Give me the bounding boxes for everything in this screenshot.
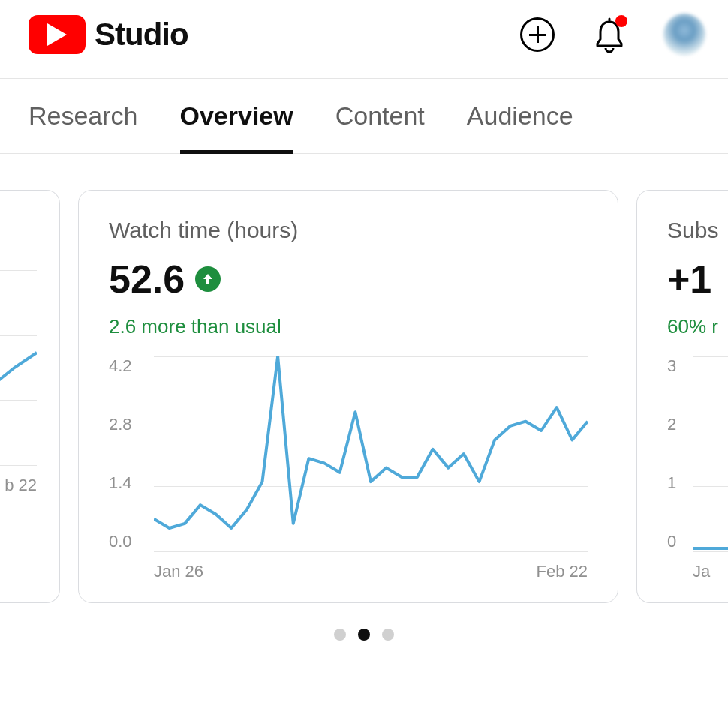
chart-area: 4.2 2.8 1.4 0.0 Jan 26 Feb 22 bbox=[109, 356, 588, 581]
chart-x-labels: Jan 26 Feb 22 bbox=[154, 551, 588, 581]
y-tick: 4.2 bbox=[109, 356, 132, 376]
plus-circle-icon bbox=[520, 17, 555, 52]
chart-y-labels: 4.2 2.8 1.4 0.0 bbox=[109, 356, 132, 551]
chart-x-labels: Ja bbox=[693, 551, 728, 581]
x-end-label: Feb 22 bbox=[537, 562, 588, 581]
metrics-carousel[interactable]: b 22 Watch time (hours) 52.6 2.6 more th… bbox=[0, 154, 728, 603]
y-tick: 3 bbox=[667, 356, 676, 376]
avatar[interactable] bbox=[663, 14, 705, 56]
tab-audience[interactable]: Audience bbox=[467, 79, 573, 153]
tab-research[interactable]: Research bbox=[29, 79, 138, 153]
x-start-label: Ja bbox=[693, 562, 710, 581]
chart-line-icon bbox=[154, 356, 588, 551]
page-dot[interactable] bbox=[382, 629, 394, 641]
tab-content[interactable]: Content bbox=[335, 79, 425, 153]
metric-card-prev[interactable]: b 22 bbox=[0, 190, 60, 603]
metric-card-watch-time[interactable]: Watch time (hours) 52.6 2.6 more than us… bbox=[78, 190, 618, 603]
app-logo[interactable]: Studio bbox=[29, 15, 188, 54]
metric-card-next[interactable]: Subs +1 60% r 3 2 1 0 Ja bbox=[636, 190, 728, 603]
chart-plot bbox=[693, 356, 728, 551]
chart-x-labels: b 22 bbox=[0, 465, 37, 495]
metric-subtext: 2.6 more than usual bbox=[109, 315, 588, 338]
metric-subtext: 60% r bbox=[667, 315, 728, 338]
y-tick: 1 bbox=[667, 473, 676, 493]
youtube-play-icon bbox=[29, 15, 86, 54]
create-button[interactable] bbox=[519, 17, 555, 53]
page-dot[interactable] bbox=[334, 629, 346, 641]
notifications-button[interactable] bbox=[591, 17, 627, 53]
metric-value: 52.6 bbox=[109, 257, 185, 302]
metric-label: Subs bbox=[667, 218, 728, 243]
metric-label: Watch time (hours) bbox=[109, 218, 588, 243]
chart-line-icon bbox=[693, 356, 728, 551]
chart-plot bbox=[154, 356, 588, 551]
chart-area: 3 2 1 0 Ja bbox=[667, 356, 728, 581]
y-tick: 2 bbox=[667, 415, 676, 434]
chart-line-icon bbox=[0, 270, 37, 465]
metric-value-row: +1 bbox=[667, 257, 728, 302]
y-tick: 0 bbox=[667, 532, 676, 551]
svg-marker-0 bbox=[47, 23, 67, 46]
y-tick: 2.8 bbox=[109, 415, 132, 434]
app-header: Studio bbox=[0, 0, 728, 78]
y-tick: 0.0 bbox=[109, 532, 132, 551]
chart-y-labels: 3 2 1 0 bbox=[667, 356, 676, 551]
trend-up-icon bbox=[195, 266, 221, 292]
app-name: Studio bbox=[95, 17, 188, 53]
tab-overview[interactable]: Overview bbox=[180, 79, 293, 153]
chart-plot bbox=[0, 270, 37, 465]
carousel-pagination bbox=[0, 603, 728, 641]
tabs-bar: Research Overview Content Audience bbox=[0, 78, 728, 154]
x-start-label: Jan 26 bbox=[154, 562, 203, 581]
x-end-label: b 22 bbox=[5, 476, 37, 495]
notification-dot-icon bbox=[615, 15, 627, 27]
y-tick: 1.4 bbox=[109, 473, 132, 493]
header-actions bbox=[519, 14, 705, 56]
metric-value: +1 bbox=[667, 257, 711, 302]
metric-value-row: 52.6 bbox=[109, 257, 588, 302]
page-dot[interactable] bbox=[358, 629, 370, 641]
